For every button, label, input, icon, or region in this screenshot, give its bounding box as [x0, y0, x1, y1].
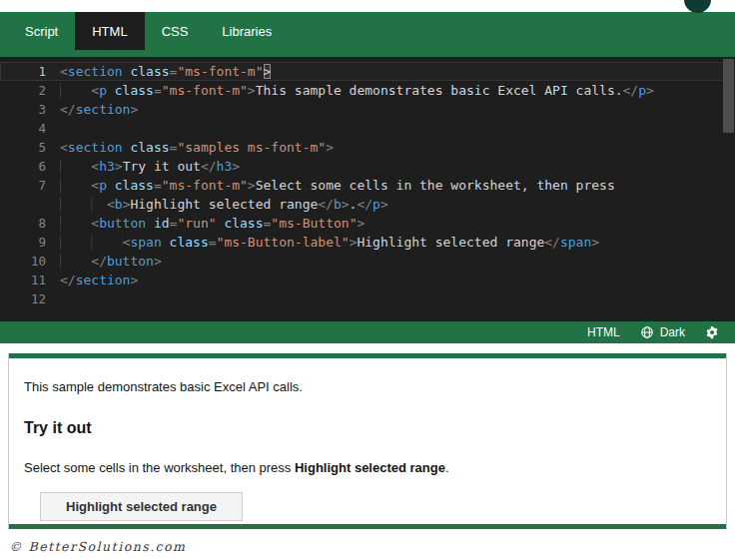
- preview-instruction: Select some cells in the worksheet, then…: [24, 460, 711, 475]
- code-token: =: [154, 178, 162, 193]
- code-token: b: [334, 197, 342, 212]
- code-token: >: [646, 83, 654, 98]
- code-token: >: [264, 64, 272, 79]
- code-token: <: [107, 197, 115, 212]
- instruction-bold-text: Highlight selected range: [295, 460, 445, 475]
- editor-scrollbar[interactable]: [722, 57, 735, 321]
- preview-heading: Try it out: [24, 419, 711, 437]
- line-content[interactable]: </section>: [60, 271, 138, 289]
- line-number: 7: [0, 176, 60, 195]
- globe-icon: [640, 325, 654, 339]
- code-line[interactable]: 8 <button id="run" class="ms-Button">: [0, 214, 735, 233]
- code-token: [162, 235, 170, 250]
- line-content[interactable]: </button>: [60, 252, 162, 271]
- code-token: Try it out: [123, 159, 201, 174]
- account-avatar-button[interactable]: [684, 0, 711, 13]
- code-token: </: [318, 197, 334, 212]
- code-line[interactable]: 12: [0, 289, 735, 308]
- theme-label: Dark: [660, 325, 685, 339]
- settings-button[interactable]: [705, 325, 719, 339]
- line-number: 12: [0, 289, 60, 308]
- line-content[interactable]: <section class="ms-font-m">: [60, 62, 271, 81]
- code-line[interactable]: 7 <p class="ms-font-m">Select some cells…: [0, 176, 735, 195]
- code-line[interactable]: 6 <h3>Try it out</h3>: [0, 157, 735, 176]
- theme-toggle[interactable]: Dark: [640, 325, 685, 339]
- code-token: </: [60, 102, 76, 117]
- line-content[interactable]: <section class="samples ms-font-m">: [60, 138, 334, 157]
- code-token: id: [154, 216, 170, 231]
- code-token: [107, 83, 115, 98]
- line-content[interactable]: <span class="ms-Button-label">Highlight …: [60, 233, 599, 252]
- code-token: h3: [217, 159, 233, 174]
- code-token: "ms-font-m": [162, 83, 248, 98]
- code-token: <: [91, 159, 99, 174]
- code-token: "ms-font-m": [162, 178, 248, 193]
- code-line[interactable]: 10 </button>: [0, 252, 735, 271]
- code-token: p: [372, 197, 380, 212]
- code-token: >: [115, 159, 123, 174]
- line-content[interactable]: <button id="run" class="ms-Button">: [60, 214, 365, 233]
- credit-text: © BetterSolutions.com: [9, 539, 735, 554]
- code-token: section: [76, 273, 131, 287]
- code-token: </: [60, 273, 76, 287]
- code-token: >: [248, 178, 256, 193]
- line-content[interactable]: <h3>Try it out</h3>: [60, 157, 240, 176]
- code-token: "run": [177, 216, 216, 231]
- statusbar-language[interactable]: HTML: [587, 325, 620, 339]
- tab-css[interactable]: CSS: [145, 12, 206, 50]
- preview-pane: This sample demonstrates basic Excel API…: [8, 353, 727, 529]
- language-label: HTML: [587, 325, 620, 339]
- code-token: >: [326, 140, 334, 155]
- line-content[interactable]: <p class="ms-font-m">Select some cells i…: [60, 176, 615, 195]
- code-token: >: [248, 83, 256, 98]
- line-content[interactable]: <p class="ms-font-m">This sample demonst…: [60, 81, 654, 100]
- line-number: 11: [0, 271, 60, 289]
- code-token: >: [342, 197, 350, 212]
- code-line[interactable]: 3</section>: [0, 100, 735, 119]
- line-number: 4: [0, 119, 60, 138]
- code-token: <: [60, 64, 68, 79]
- line-number: 2: [0, 81, 60, 100]
- line-number: 5: [0, 138, 60, 157]
- code-token: </: [357, 197, 372, 212]
- code-token: class: [170, 235, 209, 250]
- tab-script[interactable]: Script: [8, 12, 75, 50]
- code-line[interactable]: 11</section>: [0, 271, 735, 289]
- code-token: section: [68, 140, 123, 155]
- code-line[interactable]: 5<section class="samples ms-font-m">: [0, 138, 735, 157]
- preview-bottom-border: [9, 524, 726, 529]
- scrollbar-thumb[interactable]: [723, 59, 734, 133]
- code-token: >: [357, 216, 365, 231]
- code-line[interactable]: 9 <span class="ms-Button-label">Highligh…: [0, 233, 735, 252]
- highlight-selected-range-button[interactable]: Highlight selected range: [40, 492, 243, 521]
- code-token: class: [130, 140, 169, 155]
- code-editor[interactable]: 1<section class="ms-font-m">2 <p class="…: [0, 57, 735, 321]
- line-number: 3: [0, 100, 60, 119]
- code-line[interactable]: 2 <p class="ms-font-m">This sample demon…: [0, 81, 735, 100]
- code-token: class: [115, 83, 154, 98]
- code-token: =: [154, 83, 162, 98]
- code-token: [60, 254, 91, 269]
- tab-html[interactable]: HTML: [75, 12, 144, 50]
- code-line[interactable]: 1<section class="ms-font-m">: [0, 62, 735, 81]
- code-line[interactable]: 4: [0, 119, 735, 138]
- code-token: h3: [99, 159, 115, 174]
- code-token: <: [91, 178, 99, 193]
- code-token: Select some cells in the worksheet, then…: [256, 178, 615, 193]
- line-content[interactable]: <b>Highlight selected range</b>.</p>: [60, 195, 388, 214]
- tab-libraries[interactable]: Libraries: [205, 12, 289, 50]
- code-token: <: [91, 216, 99, 231]
- code-token: </: [91, 254, 107, 269]
- code-token: >: [232, 159, 240, 174]
- code-token: class: [115, 178, 154, 193]
- code-line[interactable]: <b>Highlight selected range</b>.</p>: [0, 195, 735, 214]
- code-token: "ms-font-m": [177, 64, 263, 79]
- code-token: >: [154, 254, 162, 269]
- line-content[interactable]: </section>: [60, 100, 138, 119]
- code-token: p: [638, 83, 646, 98]
- code-token: button: [107, 254, 154, 269]
- tab-bar-underline: [0, 50, 735, 57]
- editor-tab-bar: Script HTML CSS Libraries: [0, 12, 735, 50]
- gear-icon: [705, 325, 719, 339]
- code-token: </: [623, 83, 639, 98]
